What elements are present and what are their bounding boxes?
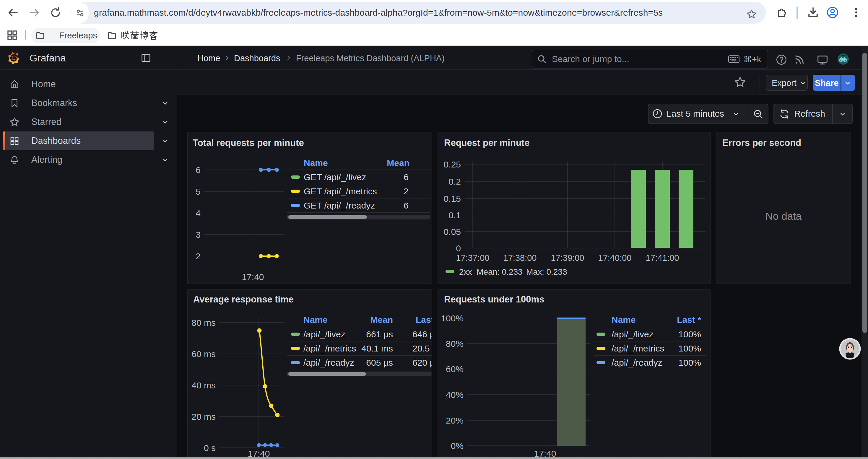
svg-text:0 s: 0 s bbox=[204, 443, 216, 453]
svg-text:100%: 100% bbox=[678, 358, 701, 367]
svg-text:0.1: 0.1 bbox=[448, 210, 461, 220]
svg-text:6: 6 bbox=[404, 201, 409, 210]
svg-text:661 µs: 661 µs bbox=[366, 329, 393, 339]
svg-text:0%: 0% bbox=[451, 441, 464, 451]
svg-text:3: 3 bbox=[195, 230, 200, 239]
svg-text:0.25: 0.25 bbox=[444, 160, 461, 169]
svg-text:17:41:00: 17:41:00 bbox=[646, 253, 679, 263]
svg-text:646 µs: 646 µs bbox=[412, 329, 432, 339]
svg-text:0: 0 bbox=[456, 243, 461, 253]
svg-text:0.05: 0.05 bbox=[444, 227, 461, 237]
svg-text:100%: 100% bbox=[441, 314, 464, 323]
svg-text:Max: 0.233: Max: 0.233 bbox=[526, 267, 567, 276]
svg-text:Average response time: Average response time bbox=[193, 294, 294, 304]
svg-text:2: 2 bbox=[404, 186, 409, 196]
svg-text:2xx: 2xx bbox=[459, 267, 472, 276]
svg-text:6: 6 bbox=[404, 172, 409, 182]
svg-text:17:38:00: 17:38:00 bbox=[503, 253, 537, 263]
svg-text:20 ms: 20 ms bbox=[191, 412, 216, 422]
svg-text:17:40: 17:40 bbox=[534, 449, 556, 457]
svg-text:Last *: Last * bbox=[416, 315, 432, 325]
svg-text:17:40:00: 17:40:00 bbox=[598, 253, 632, 263]
svg-text:GET /api/_/metrics: GET /api/_/metrics bbox=[304, 186, 377, 196]
svg-text:100%: 100% bbox=[678, 329, 701, 339]
svg-text:Mean: 0.233: Mean: 0.233 bbox=[476, 267, 523, 276]
svg-text:0.15: 0.15 bbox=[444, 194, 461, 203]
svg-text:Last *: Last * bbox=[677, 315, 701, 325]
svg-text:Errors per second: Errors per second bbox=[722, 138, 801, 148]
svg-text:Requests under 100ms: Requests under 100ms bbox=[444, 294, 544, 304]
svg-text:17:40: 17:40 bbox=[242, 272, 264, 282]
svg-text:No data: No data bbox=[766, 210, 802, 222]
svg-text:100%: 100% bbox=[678, 343, 701, 353]
svg-text:/api/_/livez: /api/_/livez bbox=[612, 329, 653, 339]
svg-text:20%: 20% bbox=[446, 416, 464, 425]
svg-text:6: 6 bbox=[195, 165, 200, 175]
svg-text:/api/_/metrics: /api/_/metrics bbox=[303, 343, 356, 353]
svg-text:GET /api/_/livez: GET /api/_/livez bbox=[304, 172, 366, 182]
svg-text:60 ms: 60 ms bbox=[191, 349, 216, 359]
svg-text:80 ms: 80 ms bbox=[191, 318, 216, 328]
svg-text:/api/_/livez: /api/_/livez bbox=[303, 329, 345, 339]
svg-text:0.2: 0.2 bbox=[448, 177, 461, 186]
svg-text:Mean: Mean bbox=[370, 315, 393, 325]
svg-text:Name: Name bbox=[304, 158, 328, 168]
svg-text:40 ms: 40 ms bbox=[191, 381, 216, 390]
svg-text:40.1 ms: 40.1 ms bbox=[361, 343, 393, 353]
svg-text:Request per minute: Request per minute bbox=[444, 138, 529, 148]
svg-text:60%: 60% bbox=[446, 364, 464, 374]
svg-text:4: 4 bbox=[195, 208, 200, 218]
svg-text:5: 5 bbox=[195, 187, 200, 196]
svg-text:80%: 80% bbox=[446, 339, 464, 349]
svg-text:/api/_/readyz: /api/_/readyz bbox=[303, 358, 354, 367]
svg-text:605 µs: 605 µs bbox=[366, 358, 393, 367]
svg-text:620 µs: 620 µs bbox=[412, 358, 432, 367]
svg-text:Mean: Mean bbox=[387, 158, 409, 168]
svg-text:40%: 40% bbox=[446, 390, 464, 400]
svg-text:Name: Name bbox=[612, 315, 636, 325]
svg-text:17:40: 17:40 bbox=[248, 449, 270, 457]
svg-text:17:37:00: 17:37:00 bbox=[456, 253, 490, 263]
svg-text:20.5 ms: 20.5 ms bbox=[412, 343, 432, 353]
svg-text:GET /api/_/readyz: GET /api/_/readyz bbox=[304, 201, 375, 210]
svg-text:2: 2 bbox=[195, 251, 200, 261]
svg-text:17:39:00: 17:39:00 bbox=[551, 253, 584, 263]
svg-text:/api/_/readyz: /api/_/readyz bbox=[612, 358, 662, 367]
svg-text:Name: Name bbox=[303, 315, 328, 325]
svg-text:Total requests per minute: Total requests per minute bbox=[193, 138, 304, 148]
svg-text:/api/_/metrics: /api/_/metrics bbox=[612, 343, 664, 353]
